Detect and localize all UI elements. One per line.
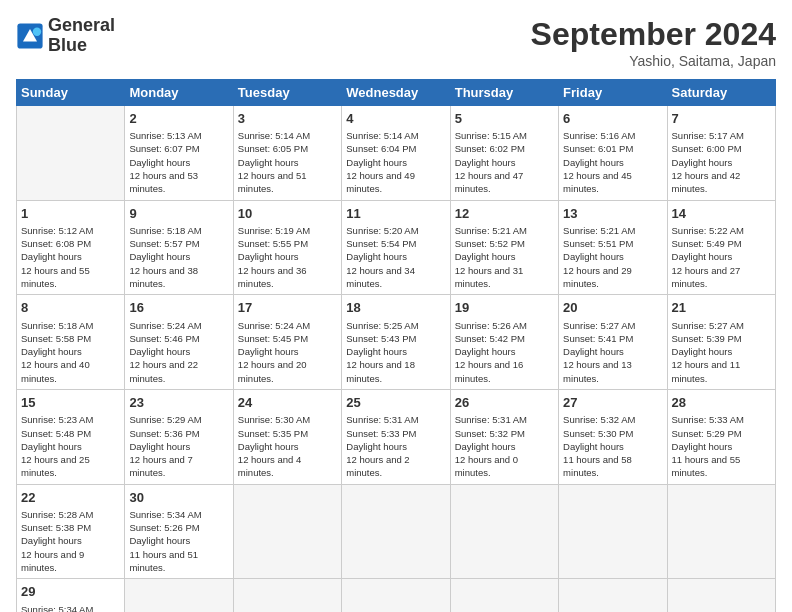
header: General Blue September 2024 Yashio, Sait… [16, 16, 776, 69]
day-info: Sunrise: 5:19 AMSunset: 5:55 PMDaylight … [238, 225, 310, 289]
calendar-cell [17, 106, 125, 201]
calendar-cell: 24Sunrise: 5:30 AMSunset: 5:35 PMDayligh… [233, 390, 341, 485]
day-number: 11 [346, 205, 445, 223]
calendar-cell: 16Sunrise: 5:24 AMSunset: 5:46 PMDayligh… [125, 295, 233, 390]
day-info: Sunrise: 5:31 AMSunset: 5:33 PMDaylight … [346, 414, 418, 478]
calendar-cell: 14Sunrise: 5:22 AMSunset: 5:49 PMDayligh… [667, 200, 775, 295]
calendar-cell: 1Sunrise: 5:12 AMSunset: 6:08 PMDaylight… [17, 200, 125, 295]
day-info: Sunrise: 5:18 AMSunset: 5:58 PMDaylight … [21, 320, 93, 384]
calendar-cell: 30Sunrise: 5:34 AMSunset: 5:26 PMDayligh… [125, 484, 233, 579]
day-number: 14 [672, 205, 771, 223]
calendar-cell [559, 579, 667, 612]
day-info: Sunrise: 5:16 AMSunset: 6:01 PMDaylight … [563, 130, 635, 194]
weekday-header: Wednesday [342, 80, 450, 106]
day-info: Sunrise: 5:15 AMSunset: 6:02 PMDaylight … [455, 130, 527, 194]
day-number: 26 [455, 394, 554, 412]
day-info: Sunrise: 5:33 AMSunset: 5:29 PMDaylight … [672, 414, 744, 478]
day-info: Sunrise: 5:25 AMSunset: 5:43 PMDaylight … [346, 320, 418, 384]
calendar-cell: 10Sunrise: 5:19 AMSunset: 5:55 PMDayligh… [233, 200, 341, 295]
calendar-cell: 7Sunrise: 5:17 AMSunset: 6:00 PMDaylight… [667, 106, 775, 201]
weekday-header: Thursday [450, 80, 558, 106]
calendar-cell: 11Sunrise: 5:20 AMSunset: 5:54 PMDayligh… [342, 200, 450, 295]
day-info: Sunrise: 5:14 AMSunset: 6:05 PMDaylight … [238, 130, 310, 194]
calendar-cell: 15Sunrise: 5:23 AMSunset: 5:48 PMDayligh… [17, 390, 125, 485]
calendar-cell: 26Sunrise: 5:31 AMSunset: 5:32 PMDayligh… [450, 390, 558, 485]
day-number: 3 [238, 110, 337, 128]
day-number: 5 [455, 110, 554, 128]
day-number: 15 [21, 394, 120, 412]
day-number: 16 [129, 299, 228, 317]
calendar-table: SundayMondayTuesdayWednesdayThursdayFrid… [16, 79, 776, 612]
day-info: Sunrise: 5:21 AMSunset: 5:51 PMDaylight … [563, 225, 635, 289]
day-info: Sunrise: 5:24 AMSunset: 5:46 PMDaylight … [129, 320, 201, 384]
calendar-cell [233, 579, 341, 612]
day-info: Sunrise: 5:18 AMSunset: 5:57 PMDaylight … [129, 225, 201, 289]
calendar-cell: 28Sunrise: 5:33 AMSunset: 5:29 PMDayligh… [667, 390, 775, 485]
day-number: 20 [563, 299, 662, 317]
svg-point-2 [33, 27, 41, 35]
day-number: 25 [346, 394, 445, 412]
calendar-cell [559, 484, 667, 579]
day-info: Sunrise: 5:30 AMSunset: 5:35 PMDaylight … [238, 414, 310, 478]
day-number: 22 [21, 489, 120, 507]
location-subtitle: Yashio, Saitama, Japan [531, 53, 776, 69]
weekday-header: Saturday [667, 80, 775, 106]
calendar-cell: 5Sunrise: 5:15 AMSunset: 6:02 PMDaylight… [450, 106, 558, 201]
weekday-header: Monday [125, 80, 233, 106]
day-info: Sunrise: 5:21 AMSunset: 5:52 PMDaylight … [455, 225, 527, 289]
calendar-row: 1Sunrise: 5:12 AMSunset: 6:08 PMDaylight… [17, 200, 776, 295]
day-number: 6 [563, 110, 662, 128]
calendar-row: 15Sunrise: 5:23 AMSunset: 5:48 PMDayligh… [17, 390, 776, 485]
title-area: September 2024 Yashio, Saitama, Japan [531, 16, 776, 69]
day-info: Sunrise: 5:34 AMSunset: 5:27 PMDaylight … [21, 604, 93, 612]
day-number: 21 [672, 299, 771, 317]
day-info: Sunrise: 5:27 AMSunset: 5:41 PMDaylight … [563, 320, 635, 384]
calendar-cell: 23Sunrise: 5:29 AMSunset: 5:36 PMDayligh… [125, 390, 233, 485]
day-number: 24 [238, 394, 337, 412]
calendar-cell: 12Sunrise: 5:21 AMSunset: 5:52 PMDayligh… [450, 200, 558, 295]
calendar-row: 22Sunrise: 5:28 AMSunset: 5:38 PMDayligh… [17, 484, 776, 579]
calendar-cell: 2Sunrise: 5:13 AMSunset: 6:07 PMDaylight… [125, 106, 233, 201]
calendar-cell: 29Sunrise: 5:34 AMSunset: 5:27 PMDayligh… [17, 579, 125, 612]
day-number: 17 [238, 299, 337, 317]
day-number: 1 [21, 205, 120, 223]
day-info: Sunrise: 5:20 AMSunset: 5:54 PMDaylight … [346, 225, 418, 289]
calendar-cell: 4Sunrise: 5:14 AMSunset: 6:04 PMDaylight… [342, 106, 450, 201]
day-number: 23 [129, 394, 228, 412]
weekday-header: Friday [559, 80, 667, 106]
day-info: Sunrise: 5:26 AMSunset: 5:42 PMDaylight … [455, 320, 527, 384]
calendar-row: 2Sunrise: 5:13 AMSunset: 6:07 PMDaylight… [17, 106, 776, 201]
calendar-cell: 6Sunrise: 5:16 AMSunset: 6:01 PMDaylight… [559, 106, 667, 201]
day-number: 2 [129, 110, 228, 128]
day-info: Sunrise: 5:14 AMSunset: 6:04 PMDaylight … [346, 130, 418, 194]
day-info: Sunrise: 5:34 AMSunset: 5:26 PMDaylight … [129, 509, 201, 573]
day-number: 27 [563, 394, 662, 412]
calendar-cell [450, 484, 558, 579]
day-number: 18 [346, 299, 445, 317]
calendar-cell [233, 484, 341, 579]
day-info: Sunrise: 5:28 AMSunset: 5:38 PMDaylight … [21, 509, 93, 573]
day-number: 4 [346, 110, 445, 128]
day-info: Sunrise: 5:22 AMSunset: 5:49 PMDaylight … [672, 225, 744, 289]
day-number: 8 [21, 299, 120, 317]
calendar-cell: 18Sunrise: 5:25 AMSunset: 5:43 PMDayligh… [342, 295, 450, 390]
calendar-cell [667, 484, 775, 579]
day-number: 19 [455, 299, 554, 317]
logo-line1: General [48, 16, 115, 36]
day-number: 28 [672, 394, 771, 412]
calendar-cell [450, 579, 558, 612]
day-info: Sunrise: 5:27 AMSunset: 5:39 PMDaylight … [672, 320, 744, 384]
day-number: 7 [672, 110, 771, 128]
calendar-cell: 13Sunrise: 5:21 AMSunset: 5:51 PMDayligh… [559, 200, 667, 295]
day-info: Sunrise: 5:29 AMSunset: 5:36 PMDaylight … [129, 414, 201, 478]
logo: General Blue [16, 16, 115, 56]
day-info: Sunrise: 5:13 AMSunset: 6:07 PMDaylight … [129, 130, 201, 194]
calendar-cell: 17Sunrise: 5:24 AMSunset: 5:45 PMDayligh… [233, 295, 341, 390]
day-info: Sunrise: 5:32 AMSunset: 5:30 PMDaylight … [563, 414, 635, 478]
day-number: 30 [129, 489, 228, 507]
month-title: September 2024 [531, 16, 776, 53]
day-info: Sunrise: 5:12 AMSunset: 6:08 PMDaylight … [21, 225, 93, 289]
weekday-header: Sunday [17, 80, 125, 106]
day-number: 29 [21, 583, 120, 601]
calendar-cell: 20Sunrise: 5:27 AMSunset: 5:41 PMDayligh… [559, 295, 667, 390]
